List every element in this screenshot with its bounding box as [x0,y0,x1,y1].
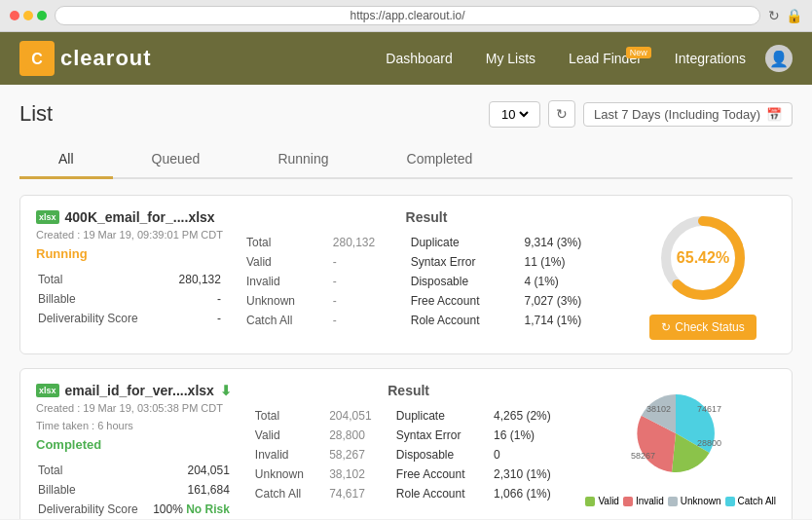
total-label: Total [38,271,166,288]
card-time-taken-2: Time taken : 6 hours [36,420,232,431]
table-row: Valid 28,800 Syntax Error 16 (1%) [247,426,571,445]
total-value-2: 204,051 [147,462,230,479]
secure-icon: 🔒 [786,8,802,23]
deliverability-label: Deliverability Score [38,310,166,327]
tabs-bar: All Queued Running Completed [19,141,793,179]
legend-valid: Valid [585,496,619,506]
close-dot[interactable] [10,11,19,20]
donut-percent: 65.42% [677,249,729,267]
total-label: Total [38,462,145,479]
maximize-dot[interactable] [37,11,47,20]
page-header: List 10 25 50 ↻ Last 7 Days (Including T… [19,100,793,128]
tab-completed[interactable]: Completed [368,141,512,179]
lead-finder-badge: New [626,47,651,58]
card-created-1: Created : 19 Mar 19, 09:39:01 PM CDT [36,229,223,241]
card-info-1: xlsx 400K_email_for_....xlsx Created : 1… [36,209,223,329]
legend-invalid: Invalid [623,496,664,506]
url-bar[interactable]: https://app.clearout.io/ [55,6,760,25]
chart-area-1: 65.42% ↻ Check Status [630,209,776,340]
valid-dot [585,497,595,506]
tab-all[interactable]: All [19,141,113,179]
calendar-icon: 📅 [766,107,782,122]
minimize-dot[interactable] [23,11,33,20]
donut-chart: 65.42% [654,209,752,307]
browser-chrome: https://app.clearout.io/ ↻ 🔒 [0,0,812,32]
table-row: Catch All - Role Account 1,714 (1%) [239,311,614,330]
browser-nav-buttons: ↻ 🔒 [768,8,802,23]
list-item: xlsx 400K_email_for_....xlsx Created : 1… [19,195,793,354]
deliverability-value-1: - [167,310,221,327]
date-filter[interactable]: Last 7 Days (Including Today) 📅 [583,102,793,127]
card-status-2: Completed [36,437,232,452]
check-status-button[interactable]: ↻ Check Status [649,315,756,340]
table-row: Unknown - Free Account 7,027 (3%) [239,291,614,311]
chart-area-2: 74617 28800 58267 38102 Valid Invalid Un… [585,383,776,506]
table-row: Valid - Syntax Error 11 (1%) [239,252,614,272]
deliverability-label: Deliverability Score [38,501,145,518]
table-row: Invalid - Disposable 4 (1%) [239,272,614,291]
invalid-label: Invalid [636,496,664,506]
file-download-icon[interactable]: ⬇ [220,383,232,398]
table-row: Unknown 38,102 Free Account 2,310 (1%) [247,464,571,484]
nav-item-lead-finder[interactable]: Lead Finder New [555,43,655,74]
catchall-dot [725,497,735,506]
table-row: Invalid 58,267 Disposable 0 [247,445,571,464]
unknown-label: Unknown [681,496,721,506]
nav-item-dashboard[interactable]: Dashboard [372,43,466,74]
billable-value-2: 161,684 [147,481,230,499]
billable-value-1: - [167,290,221,308]
result-table-1: Total 280,132 Duplicate 9,314 (3%) Valid… [239,233,614,330]
nav-item-my-lists[interactable]: My Lists [472,43,549,74]
user-avatar[interactable]: 👤 [765,45,793,72]
table-row: Total 204,051 Duplicate 4,265 (2%) [247,406,571,426]
tab-queued[interactable]: Queued [113,141,240,179]
file-type-badge-1: xlsx [36,210,59,224]
unknown-dot [668,497,678,506]
table-row: Total 280,132 Duplicate 9,314 (3%) [239,233,614,252]
filename-1: xlsx 400K_email_for_....xlsx [36,209,223,225]
result-title-1: Result [239,209,614,225]
logo-text: clearout [60,46,152,71]
billable-label: Billable [38,290,166,308]
svg-text:58267: 58267 [631,451,655,461]
card-info-2: xlsx email_id_for_ver....xlsx ⬇ Created … [36,383,232,519]
logo: C clearout [19,41,152,76]
main-nav: Dashboard My Lists Lead Finder New Integ… [372,43,793,74]
pie-chart: 74617 28800 58267 38102 [617,383,744,490]
total-value-1: 280,132 [167,271,221,288]
billable-label: Billable [38,481,145,499]
per-page-dropdown[interactable]: 10 25 50 [498,106,532,123]
svg-text:74617: 74617 [697,404,721,414]
svg-text:38102: 38102 [646,404,671,414]
main-content: List 10 25 50 ↻ Last 7 Days (Including T… [0,85,812,519]
table-row: Catch All 74,617 Role Account 1,066 (1%) [247,484,571,503]
deliverability-value-2: 100% No Risk [147,501,230,518]
result-title-2: Result [247,383,571,398]
window-controls [10,11,47,20]
svg-text:C: C [31,51,43,67]
file-type-badge-2: xlsx [36,384,59,397]
catchall-label: Catch All [738,496,776,506]
card-stats-1: Total 280,132 Billable - Deliverability … [36,269,223,329]
valid-label: Valid [598,496,619,506]
result-section-2: Result Total 204,051 Duplicate 4,265 (2%… [247,383,571,503]
list-item: xlsx email_id_for_ver....xlsx ⬇ Created … [19,368,793,519]
logo-icon: C [19,41,55,76]
card-stats-2: Total 204,051 Billable 161,684 Deliverab… [36,460,232,519]
refresh-button[interactable]: ↻ [548,100,575,128]
nav-item-integrations[interactable]: Integrations [661,43,759,74]
svg-text:28800: 28800 [697,438,721,448]
result-section-1: Result Total 280,132 Duplicate 9,314 (3%… [239,209,614,330]
tab-running[interactable]: Running [239,141,367,179]
app-header: C clearout Dashboard My Lists Lead Finde… [0,32,812,85]
per-page-select[interactable]: 10 25 50 [489,101,540,128]
refresh-small-icon: ↻ [661,320,671,334]
invalid-dot [623,497,633,506]
filename-2: xlsx email_id_for_ver....xlsx ⬇ [36,383,232,398]
pie-legend: Valid Invalid Unknown Catch All [585,496,776,506]
result-table-2: Total 204,051 Duplicate 4,265 (2%) Valid… [247,406,571,503]
legend-unknown: Unknown [668,496,721,506]
reload-icon[interactable]: ↻ [768,8,780,23]
card-status-1: Running [36,246,223,261]
no-risk-badge: No Risk [186,502,230,516]
